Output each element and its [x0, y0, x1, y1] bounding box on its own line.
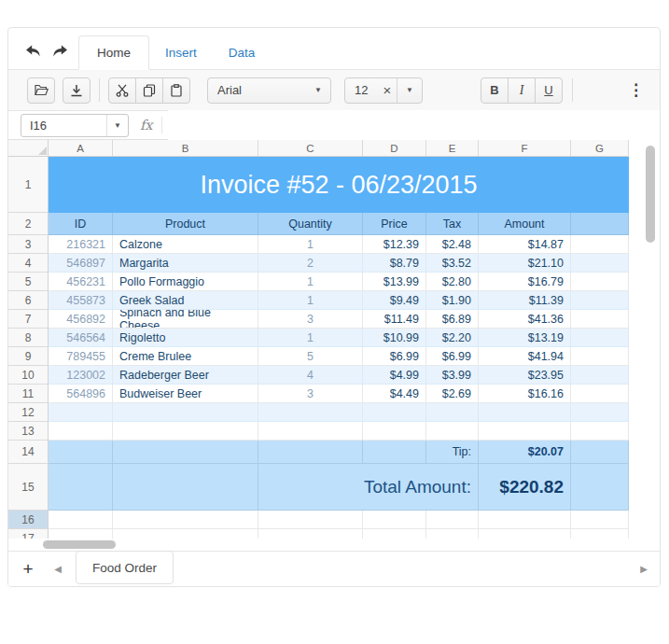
row-header-3[interactable]: 3 — [8, 235, 49, 254]
row-header-13[interactable]: 13 — [8, 422, 49, 441]
cell-G14[interactable] — [571, 441, 629, 464]
cell-A9[interactable]: 789455 — [49, 347, 113, 366]
cell-E9[interactable]: $6.99 — [426, 347, 479, 366]
cell-B13[interactable] — [113, 422, 258, 441]
tab-data[interactable]: Data — [213, 36, 272, 69]
underline-button[interactable]: U — [535, 77, 563, 104]
horizontal-scrollbar[interactable] — [43, 540, 116, 549]
next-sheet-icon[interactable]: ▶ — [628, 552, 660, 586]
cell-D2[interactable]: Price — [363, 213, 426, 235]
row-header-12[interactable]: 12 — [8, 403, 49, 422]
cell-G13[interactable] — [571, 422, 629, 441]
row-header-1[interactable]: 1 — [8, 157, 49, 213]
cell-B8[interactable]: Rigoletto — [113, 329, 258, 347]
cell-B6[interactable]: Greek Salad — [113, 291, 258, 310]
column-header-E[interactable]: E — [426, 140, 479, 157]
font-size-combobox[interactable]: 12 × ▼ — [344, 77, 423, 104]
italic-button[interactable]: I — [508, 77, 536, 104]
cell-G11[interactable] — [571, 385, 629, 403]
cell-A7[interactable]: 456892 — [49, 310, 113, 329]
cell-B5[interactable]: Pollo Formaggio — [113, 273, 258, 291]
column-header-D[interactable]: D — [363, 140, 426, 157]
cell-G5[interactable] — [571, 273, 629, 291]
cell-D16[interactable] — [363, 511, 426, 529]
cell-E13[interactable] — [426, 422, 479, 441]
cell-G17[interactable] — [571, 529, 629, 539]
row-header-7[interactable]: 7 — [8, 310, 49, 329]
cell-C8[interactable]: 1 — [258, 329, 363, 347]
cell-B11[interactable]: Budweiser Beer — [113, 385, 258, 403]
cell-D8[interactable]: $10.99 — [363, 329, 426, 347]
cell-E4[interactable]: $3.52 — [426, 254, 479, 273]
cell-D10[interactable]: $4.99 — [363, 366, 426, 385]
cell-D12[interactable] — [363, 403, 426, 422]
select-all-corner[interactable] — [8, 140, 49, 157]
cell-F10[interactable]: $23.95 — [479, 366, 571, 385]
cell-invoice-banner[interactable]: Invoice #52 - 06/23/2015 — [49, 157, 629, 213]
cell-F5[interactable]: $16.79 — [479, 273, 571, 291]
cell-D5[interactable]: $13.99 — [363, 273, 426, 291]
column-header-C[interactable]: C — [258, 140, 363, 157]
row-header-17[interactable]: 17 — [8, 529, 49, 539]
cell-E6[interactable]: $1.90 — [426, 291, 479, 310]
tab-insert[interactable]: Insert — [149, 36, 213, 69]
cell-D7[interactable]: $11.49 — [363, 310, 426, 329]
cell-F14[interactable]: $20.07 — [479, 441, 571, 464]
name-box-dropdown[interactable]: ▼ — [106, 115, 128, 136]
row-header-9[interactable]: 9 — [8, 347, 49, 366]
copy-button[interactable] — [135, 77, 163, 104]
prev-sheet-icon[interactable]: ◀ — [48, 552, 68, 586]
cell-B17[interactable] — [113, 529, 258, 539]
cell-C17[interactable] — [258, 529, 363, 539]
cell-A8[interactable]: 546564 — [49, 329, 113, 347]
cell-A11[interactable]: 564896 — [49, 385, 113, 403]
row-header-14[interactable]: 14 — [8, 441, 49, 464]
cell-G15[interactable] — [571, 464, 629, 511]
cell-A17[interactable] — [49, 529, 113, 539]
cell-B7[interactable]: Spinach and Blue Cheese — [113, 310, 258, 329]
cell-C5[interactable]: 1 — [258, 273, 363, 291]
cell-F6[interactable]: $11.39 — [479, 291, 571, 310]
name-box-input[interactable] — [21, 115, 106, 136]
cell-F12[interactable] — [479, 403, 571, 422]
cell-C13[interactable] — [258, 422, 363, 441]
cell-A13[interactable] — [49, 422, 113, 441]
cell-G12[interactable] — [571, 403, 629, 422]
add-sheet-button[interactable]: + — [8, 552, 48, 586]
undo-button[interactable] — [22, 42, 43, 61]
open-button[interactable] — [27, 77, 55, 104]
cell-C10[interactable]: 4 — [258, 366, 363, 385]
redo-button[interactable] — [49, 42, 70, 61]
cell-D4[interactable]: $8.79 — [363, 254, 426, 273]
row-header-8[interactable]: 8 — [8, 329, 49, 347]
export-button[interactable] — [63, 77, 91, 104]
formula-input[interactable] — [168, 110, 660, 140]
cell-C14[interactable] — [258, 441, 363, 464]
cell-A3[interactable]: 216321 — [49, 235, 113, 254]
row-header-6[interactable]: 6 — [8, 291, 49, 310]
row-header-15[interactable]: 15 — [8, 464, 49, 511]
cell-F9[interactable]: $41.94 — [479, 347, 571, 366]
cell-A16[interactable] — [49, 511, 113, 529]
cell-G6[interactable] — [571, 291, 629, 310]
cell-A4[interactable]: 546897 — [49, 254, 113, 273]
tab-home[interactable]: Home — [78, 35, 149, 70]
cut-button[interactable] — [108, 77, 136, 104]
font-family-combobox[interactable]: Arial ▼ — [207, 77, 331, 104]
cell-D11[interactable]: $4.49 — [363, 385, 426, 403]
cell-G10[interactable] — [571, 366, 629, 385]
column-header-A[interactable]: A — [49, 140, 113, 157]
cell-B15[interactable] — [113, 464, 258, 511]
cell-F4[interactable]: $21.10 — [479, 254, 571, 273]
cell-C11[interactable]: 3 — [258, 385, 363, 403]
cell-B14[interactable] — [113, 441, 258, 464]
cell-E11[interactable]: $2.69 — [426, 385, 479, 403]
cell-D17[interactable] — [363, 529, 426, 539]
cell-A15[interactable] — [49, 464, 113, 511]
vertical-scrollbar[interactable] — [646, 146, 655, 243]
row-header-4[interactable]: 4 — [8, 254, 49, 273]
cell-G16[interactable] — [571, 511, 629, 529]
cell-A12[interactable] — [49, 403, 113, 422]
cell-E7[interactable]: $6.89 — [426, 310, 479, 329]
cell-F2[interactable]: Amount — [479, 213, 571, 235]
